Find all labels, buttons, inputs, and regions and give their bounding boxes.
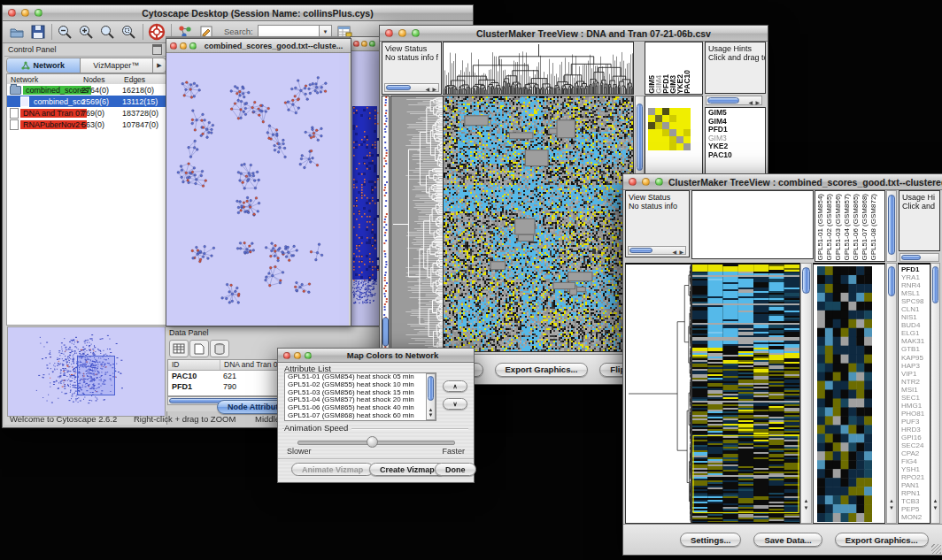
network-list-row[interactable]: DNA and Tran 07 769(0) 183728(0) [7, 107, 166, 119]
network-overview-thumbnail[interactable] [8, 327, 163, 414]
zoom-window-icon[interactable] [189, 42, 197, 50]
main-title-bar[interactable]: Cytoscape Desktop (Session Name: collins… [3, 5, 473, 21]
tv1-row-dendrogram-canvas[interactable] [391, 96, 443, 351]
gene-label[interactable]: HRD3 [900, 426, 929, 433]
save-button[interactable] [29, 23, 47, 41]
gene-label[interactable]: SEC1 [900, 394, 929, 402]
create-vizmap-button[interactable]: Create Vizmap [369, 463, 445, 476]
minimize-icon[interactable] [180, 42, 187, 50]
gene-label[interactable]: GPI16 [900, 433, 929, 441]
attribute-list-scrollbar[interactable]: ▲▼ [426, 373, 436, 420]
network-list-row[interactable]: combined_sco 2569(6) 13112(15) [7, 96, 166, 107]
animate-vizmap-button[interactable]: Animate Vizmap [291, 463, 374, 476]
tv1-column-dendrogram-canvas[interactable] [444, 42, 633, 94]
gene-label[interactable]: PAC10 [706, 151, 764, 160]
zoom-in-icon[interactable] [77, 23, 95, 41]
close-icon[interactable] [385, 29, 393, 37]
tv2-genes-v-scrollbar[interactable]: ▲▼ [930, 263, 940, 524]
zoom-window-icon[interactable] [412, 29, 420, 37]
new-attribute-icon-button[interactable] [189, 340, 209, 357]
minimize-icon[interactable] [21, 9, 29, 17]
gene-label[interactable]: RPO21 [900, 473, 929, 481]
gene-label[interactable]: FIG4 [900, 457, 929, 465]
zoom-window-icon[interactable] [655, 178, 663, 186]
gene-label[interactable]: PHO81 [900, 410, 929, 418]
gene-label[interactable]: MAK31 [900, 337, 929, 345]
network-list-row[interactable]: RNAPuberNov2+ 563(0) 107847(0) [7, 119, 166, 130]
minimize-icon[interactable] [361, 41, 367, 47]
gene-label[interactable]: VIP1 [900, 370, 929, 378]
search-input[interactable] [258, 25, 321, 37]
done-button[interactable]: Done [435, 463, 476, 476]
tv2-heatmap-canvas[interactable] [692, 265, 799, 522]
close-icon[interactable] [629, 178, 637, 186]
float-panel-icon[interactable] [152, 44, 162, 55]
open-file-button[interactable] [8, 23, 26, 41]
scrollbar-thumb[interactable] [888, 195, 895, 255]
tv2-zoom-heatmap-canvas[interactable] [817, 266, 872, 522]
delete-attribute-trash-icon[interactable] [210, 340, 229, 357]
treeview1-title-bar[interactable]: ClusterMaker TreeView : DNA and Tran 07-… [380, 26, 768, 42]
scrollbar-thumb[interactable] [386, 85, 411, 90]
scrollbar-thumb[interactable] [629, 248, 652, 253]
zoom-window-icon[interactable] [305, 352, 312, 359]
zoom-out-icon[interactable] [56, 23, 73, 41]
gene-label[interactable]: YSH1 [900, 465, 929, 473]
close-icon[interactable] [283, 352, 290, 359]
network-view-canvas[interactable] [166, 53, 349, 326]
close-icon[interactable] [8, 9, 16, 17]
zoom-fit-icon[interactable] [98, 23, 116, 41]
tv2-labels-scrollbar[interactable] [886, 190, 897, 262]
column-header-nodes[interactable]: Nodes [83, 75, 105, 84]
minimize-icon[interactable] [642, 178, 650, 186]
tv2-zoom-v-scrollbar[interactable]: ▲▼ [886, 263, 897, 524]
gene-label[interactable]: RPN1 [900, 489, 929, 497]
minimize-icon[interactable] [398, 29, 406, 37]
resize-grip[interactable] [931, 544, 941, 554]
gene-label[interactable]: NTR2 [900, 378, 929, 386]
close-icon[interactable] [353, 41, 359, 47]
close-icon[interactable] [170, 42, 177, 50]
gene-label[interactable]: PFD1 [900, 265, 929, 273]
tv2-hints-h-scrollbar[interactable] [900, 253, 939, 262]
gene-label[interactable]: HAP3 [900, 362, 929, 370]
treeview2-title-bar[interactable]: ClusterMaker TreeView : combined_scores_… [623, 174, 942, 190]
network-list-row[interactable]: combined_scores 2764(0) 16218(0) [7, 84, 166, 96]
gene-label[interactable]: MSI1 [900, 386, 929, 394]
gene-label[interactable]: MSL1 [900, 289, 929, 297]
gene-label[interactable]: ELG1 [900, 329, 929, 337]
column-header-network[interactable]: Network [7, 75, 38, 84]
gene-label[interactable]: CPA2 [900, 449, 929, 457]
scrollbar-thumb[interactable] [901, 255, 921, 260]
move-down-button[interactable]: ∨ [443, 398, 467, 410]
tv1-labels-h-scrollbar[interactable]: ◀ ▶ [706, 96, 762, 105]
gene-label[interactable]: KAP95 [900, 354, 929, 362]
scrollbar-thumb[interactable] [888, 266, 895, 296]
grid-icon-button[interactable] [169, 340, 189, 357]
gene-label[interactable]: RNR4 [900, 281, 929, 289]
scrollbar-thumb[interactable] [707, 97, 739, 104]
help-lifebuoy-icon[interactable] [148, 23, 166, 41]
attribute-list-item[interactable]: GPL51-07 (GSM868) heat shock 60 min [285, 412, 436, 420]
minimize-icon[interactable] [294, 352, 301, 359]
gene-label[interactable]: SEC24 [900, 441, 929, 449]
gene-label[interactable]: YRA1 [900, 273, 929, 281]
treeview-button[interactable]: Export Graphics... [835, 533, 929, 547]
tv1-heatmap-canvas[interactable] [444, 96, 633, 351]
gene-label[interactable]: GTB1 [900, 345, 929, 353]
gene-label[interactable]: BUD4 [900, 321, 929, 329]
gene-label[interactable]: PEP5 [900, 505, 929, 513]
gene-label[interactable]: TCB3 [900, 497, 929, 505]
gene-label[interactable]: PUF3 [900, 418, 929, 426]
scrollbar-thumb[interactable] [932, 266, 938, 303]
scrollbar-thumb[interactable] [802, 267, 810, 294]
gene-label[interactable]: PAN1 [900, 481, 929, 489]
gene-label[interactable]: HMG1 [900, 402, 929, 410]
view-status-scrollbar[interactable]: ◀ ▶ [628, 246, 686, 255]
dialog-title-bar[interactable]: Map Colors to Network [278, 349, 474, 363]
tv2-heat-v-scrollbar[interactable]: ▲▼ [800, 263, 812, 524]
tv1-mini-heatmap-canvas[interactable] [648, 108, 691, 150]
zoom-selected-icon[interactable] [120, 23, 137, 41]
matrix-network-canvas[interactable] [351, 51, 379, 326]
move-up-button[interactable]: ∧ [443, 380, 467, 392]
